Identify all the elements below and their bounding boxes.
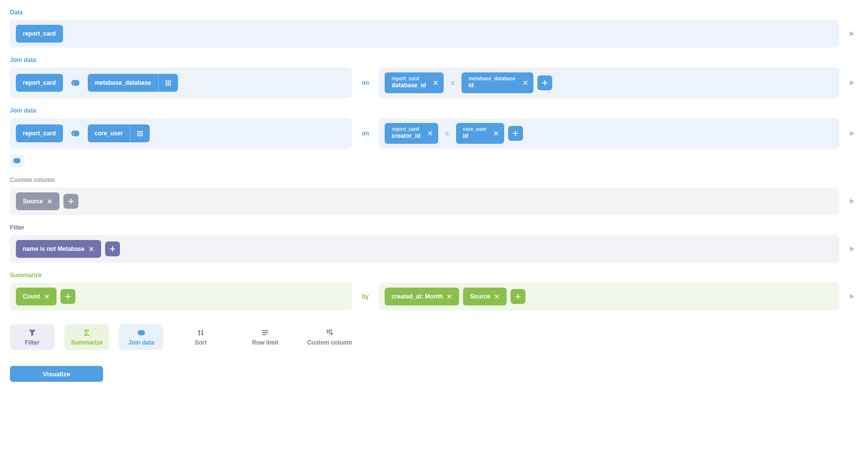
custom-column-preview-arrow[interactable] <box>845 187 858 215</box>
visualize-button[interactable]: Visualize <box>10 366 103 382</box>
custom-column-panel: Source ✕ <box>10 187 839 215</box>
action-filter-button[interactable]: Filter <box>10 324 55 350</box>
add-join-button[interactable] <box>10 154 24 168</box>
join-panel-right: report_card creator_id ✕ = core_user id … <box>379 118 839 149</box>
action-custom-column-button[interactable]: Custom column <box>302 324 357 350</box>
filter-chip[interactable]: name is not Metabase ✕ <box>16 240 101 258</box>
play-icon <box>848 198 855 205</box>
data-preview-arrow[interactable] <box>845 20 858 48</box>
on-label: on <box>358 67 373 98</box>
join-left-field[interactable]: report_card creator_id ✕ <box>385 123 438 144</box>
custom-column-icon <box>326 328 334 337</box>
play-icon <box>848 293 855 300</box>
sort-icon <box>197 328 205 337</box>
play-icon <box>848 30 855 37</box>
join-icon <box>137 328 145 337</box>
data-section-header: Data <box>10 9 858 16</box>
summarize-metrics-panel: Count ✕ <box>10 283 352 310</box>
filter-panel: name is not Metabase ✕ <box>10 235 839 263</box>
join-right-table[interactable]: metabase_database <box>88 74 178 92</box>
play-icon <box>848 130 855 137</box>
action-sort-button[interactable]: Sort <box>174 324 228 350</box>
summarize-groupings-panel: created_at: Month ✕ Source ✕ <box>379 283 839 310</box>
grouping-chip[interactable]: created_at: Month ✕ <box>385 288 459 305</box>
add-join-condition-button[interactable] <box>508 126 523 141</box>
filter-section: Filter name is not Metabase ✕ <box>10 224 858 263</box>
join-right-field[interactable]: core_user id ✕ <box>456 123 505 144</box>
inner-join-icon[interactable] <box>69 76 82 89</box>
plus-icon <box>515 293 521 300</box>
join-panel-left: report_card metabase_database <box>10 67 352 98</box>
join-section-header: Join data <box>10 57 858 63</box>
metric-chip[interactable]: Count ✕ <box>16 288 57 305</box>
join-panel-left: report_card core_user <box>10 118 352 149</box>
grouping-chip[interactable]: Source ✕ <box>463 288 507 305</box>
inner-join-icon[interactable] <box>69 127 82 140</box>
join-panel-right: report_card database_id ✕ = metabase_dat… <box>379 67 839 98</box>
add-join-condition-button[interactable] <box>537 75 552 90</box>
data-table-label: report_card <box>23 30 56 37</box>
join-left-table[interactable]: report_card <box>16 74 63 92</box>
join-section-header: Join data <box>10 107 858 114</box>
close-icon[interactable]: ✕ <box>447 294 452 300</box>
filter-header: Filter <box>10 224 858 231</box>
play-icon <box>848 79 855 86</box>
plus-icon <box>541 79 548 86</box>
custom-column-section: Custom column Source ✕ <box>10 177 858 215</box>
columns-picker-icon[interactable] <box>159 74 178 92</box>
add-metric-button[interactable] <box>60 289 75 304</box>
summarize-header: Summarize <box>10 272 858 279</box>
close-icon[interactable]: ✕ <box>427 129 433 137</box>
columns-picker-icon[interactable] <box>130 124 150 142</box>
plus-icon <box>109 245 116 252</box>
action-row: Filter Summarize Join data Sort Row limi… <box>10 324 858 350</box>
data-panel: report_card <box>10 20 839 48</box>
data-table-pill[interactable]: report_card <box>16 25 63 43</box>
summarize-preview-arrow[interactable] <box>845 283 858 310</box>
action-summarize-button[interactable]: Summarize <box>64 324 109 350</box>
on-label: on <box>358 118 373 149</box>
filter-preview-arrow[interactable] <box>845 235 858 263</box>
close-icon[interactable]: ✕ <box>47 198 53 205</box>
data-section: Data report_card <box>10 9 858 48</box>
filter-icon <box>28 328 36 337</box>
by-label: by <box>358 283 373 310</box>
join-section-1: Join data report_card metabase_database … <box>10 57 858 98</box>
join-preview-arrow[interactable] <box>845 67 858 98</box>
close-icon[interactable]: ✕ <box>433 79 439 87</box>
join-preview-arrow[interactable] <box>845 118 858 149</box>
add-custom-column-button[interactable] <box>63 194 78 209</box>
custom-column-chip[interactable]: Source ✕ <box>16 192 59 210</box>
equals-sign: = <box>448 79 458 87</box>
plus-icon <box>64 293 71 300</box>
close-icon[interactable]: ✕ <box>44 294 50 300</box>
join-right-table[interactable]: core_user <box>88 124 150 142</box>
play-icon <box>848 245 855 252</box>
join-left-table[interactable]: report_card <box>16 124 63 142</box>
join-section-2: Join data report_card core_user on repor… <box>10 107 858 168</box>
add-filter-button[interactable] <box>105 241 120 256</box>
action-row-limit-button[interactable]: Row limit <box>238 324 292 350</box>
close-icon[interactable]: ✕ <box>493 129 499 137</box>
row-limit-icon <box>261 328 269 337</box>
plus-icon <box>512 130 519 137</box>
close-icon[interactable]: ✕ <box>494 294 500 300</box>
join-right-field[interactable]: metabase_database id ✕ <box>462 72 533 93</box>
plus-icon <box>67 198 74 205</box>
sigma-icon <box>83 328 91 337</box>
close-icon[interactable]: ✕ <box>89 246 94 252</box>
close-icon[interactable]: ✕ <box>522 79 528 87</box>
action-join-button[interactable]: Join data <box>119 324 164 350</box>
custom-column-header: Custom column <box>10 177 858 183</box>
summarize-section: Summarize Count ✕ by created_at: Month ✕… <box>10 272 858 310</box>
join-left-field[interactable]: report_card database_id ✕ <box>385 72 444 93</box>
equals-sign: = <box>442 130 452 137</box>
add-grouping-button[interactable] <box>511 289 525 304</box>
